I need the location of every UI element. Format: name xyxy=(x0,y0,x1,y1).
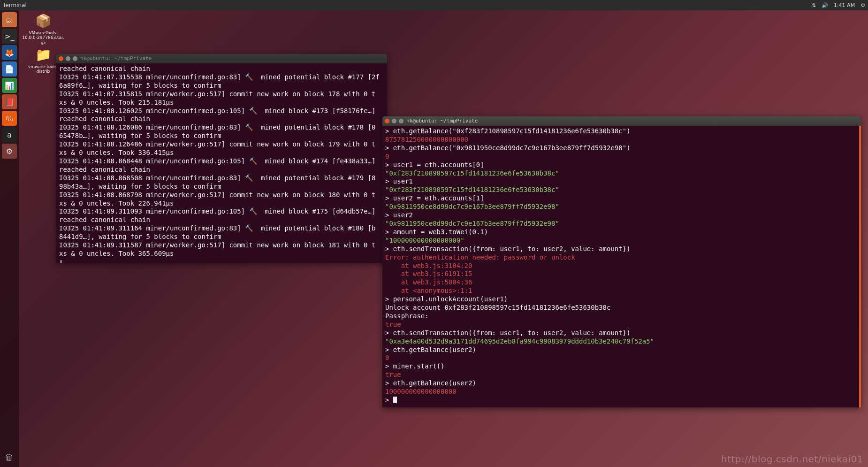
trash-icon[interactable]: 🗑 xyxy=(2,449,17,464)
terminal-line: > personal.unlockAccount(user1) xyxy=(385,295,858,304)
terminal-content[interactable]: reached canonical chainI0325 01:41:07.31… xyxy=(56,63,387,263)
window-titlebar[interactable]: nk@ubuntu: ~/tmpPrivate xyxy=(382,116,861,126)
desktop-label: VMwareTools- 10.0.0-2977863.tar. gz xyxy=(22,31,64,46)
window-title: nk@ubuntu: ~/tmpPrivate xyxy=(80,55,152,62)
terminal-line: "0xf283f210898597c15fd14181236e6fe53630b… xyxy=(385,186,858,194)
terminal-line: I0325 01:41:08.868448 miner/unconfirmed.… xyxy=(59,157,384,166)
terminal-line: at <anonymous>:1:1 xyxy=(385,287,858,295)
terminal-line: Unlock account 0xf283f210898597c15fd1418… xyxy=(385,304,858,312)
terminal-line: 0 xyxy=(385,354,858,362)
clock[interactable]: 1:41 AM xyxy=(834,2,855,8)
terminal-line: I0325 01:41:08.126486 miner/worker.go:51… xyxy=(59,140,384,149)
terminal-line: 8441d9…], waiting for 5 blocks to confir… xyxy=(59,233,384,241)
maximize-icon[interactable] xyxy=(73,56,77,61)
terminal-line: > user2 = eth.accounts[1] xyxy=(385,194,858,203)
terminal-line: Error: authentication needed: password o… xyxy=(385,253,858,262)
terminal-line: at web3.js:3104:20 xyxy=(385,262,858,270)
terminal-line: I0325 01:41:07.315538 miner/unconfirmed.… xyxy=(59,73,384,82)
terminal-line: Passphrase: xyxy=(385,312,858,321)
terminal-line: I0325 01:41:09.311093 miner/unconfirmed.… xyxy=(59,207,384,216)
minimize-icon[interactable] xyxy=(66,56,70,61)
watermark-text: http://blog.csdn.net/niekai01 xyxy=(721,453,863,465)
terminal-line: > eth.getBalance(user2) xyxy=(385,379,858,388)
desktop-file-archive[interactable]: 📦 VMwareTools- 10.0.0-2977863.tar. gz xyxy=(23,13,64,46)
terminal-line: 65478b…], waiting for 5 blocks to confir… xyxy=(59,132,384,140)
terminal-line: > amount = web3.toWei(0.1) xyxy=(385,228,858,237)
files-icon[interactable]: 🗂 xyxy=(2,12,17,27)
terminal-line: > eth.getBalance("0x9811950ce8d99dc7c9e1… xyxy=(385,144,858,153)
terminal-line: at web3.js:5004:36 xyxy=(385,278,858,287)
sound-icon[interactable]: 🔊 xyxy=(822,2,828,8)
writer-icon[interactable]: 📄 xyxy=(2,61,17,77)
terminal-line: true xyxy=(385,321,858,329)
terminal-line: > miner.start() xyxy=(385,362,858,371)
terminal-line: true xyxy=(385,371,858,379)
terminal-line: reached canonical chain xyxy=(59,115,384,123)
close-icon[interactable] xyxy=(59,56,63,61)
firefox-icon[interactable]: 🦊 xyxy=(2,45,17,60)
terminal-line: > xyxy=(385,396,858,405)
terminal-line: "100000000000000000" xyxy=(385,237,858,245)
terminal-line: at web3.js:6191:15 xyxy=(385,270,858,278)
impress-icon[interactable]: 📕 xyxy=(2,94,17,109)
settings-icon[interactable]: ⚙ xyxy=(2,144,17,159)
terminal-line: ▯ xyxy=(59,258,384,263)
terminal-line: xs & 0 uncles. Took 336.415µs xyxy=(59,149,384,157)
terminal-line: > user1 xyxy=(385,177,858,186)
software-icon[interactable]: 🛍 xyxy=(2,111,17,126)
scrollbar[interactable] xyxy=(859,126,861,407)
menu-bar: Terminal ⇅ 🔊 1:41 AM ⚙ xyxy=(0,0,868,10)
minimize-icon[interactable] xyxy=(392,119,396,123)
terminal-icon[interactable]: >_ xyxy=(2,29,17,44)
terminal-content[interactable]: > eth.getBalance("0xf283f210898597c15fd1… xyxy=(382,126,861,407)
desktop-label: vmware-tools- distrib xyxy=(28,64,58,75)
calc-icon[interactable]: 📊 xyxy=(2,78,17,93)
archive-icon: 📦 xyxy=(35,13,52,29)
terminal-line: > eth.getBalance("0xf283f210898597c15fd1… xyxy=(385,127,858,136)
terminal-line: 875781250000000000000 xyxy=(385,136,858,144)
cursor xyxy=(393,397,397,403)
terminal-line: reached canonical chain xyxy=(59,65,384,73)
terminal-line: I0325 01:41:08.126025 miner/unconfirmed.… xyxy=(59,107,384,115)
window-title: nk@ubuntu: ~/tmpPrivate xyxy=(406,118,478,124)
focused-app: Terminal xyxy=(3,2,27,8)
terminal-line: "0x9811950ce8d99dc7c9e167b3ee879ff7d5932… xyxy=(385,220,858,228)
amazon-icon[interactable]: a xyxy=(2,127,17,142)
terminal-line: > user1 = eth.accounts[0] xyxy=(385,161,858,169)
close-icon[interactable] xyxy=(385,119,389,123)
terminal-line: "0xa3e4a00d532d9a3171dd74695d2eb8fa994c9… xyxy=(385,337,858,346)
terminal-line: 98b43a…], waiting for 5 blocks to confir… xyxy=(59,183,384,191)
terminal-line: I0325 01:41:09.311587 miner/worker.go:51… xyxy=(59,241,384,250)
terminal-line: > eth.sendTransaction({from: user1, to: … xyxy=(385,329,858,337)
terminal-line: xs & 0 uncles. Took 226.941µs xyxy=(59,199,384,208)
terminal-window-miner[interactable]: nk@ubuntu: ~/tmpPrivate reached canonica… xyxy=(56,54,387,263)
terminal-line: > eth.sendTransaction({from: user1, to: … xyxy=(385,245,858,253)
terminal-line: "0x9811950ce8d99dc7c9e167b3ee879ff7d5932… xyxy=(385,203,858,211)
network-icon[interactable]: ⇅ xyxy=(812,2,816,8)
terminal-line: reached canonical chain xyxy=(59,216,384,224)
terminal-line: > eth.getBalance(user2) xyxy=(385,346,858,354)
terminal-line: "0xf283f210898597c15fd14181236e6fe53630b… xyxy=(385,169,858,178)
terminal-line: 0 xyxy=(385,153,858,161)
unity-launcher: 🗂>_🦊📄📊📕🛍a⚙ 🗑 xyxy=(0,10,19,467)
terminal-window-geth[interactable]: nk@ubuntu: ~/tmpPrivate > eth.getBalance… xyxy=(382,116,861,407)
terminal-line: xs & 0 uncles. Took 365.609µs xyxy=(59,250,384,258)
gear-icon[interactable]: ⚙ xyxy=(860,2,865,8)
terminal-line: 6a89f6…], waiting for 5 blocks to confir… xyxy=(59,82,384,90)
terminal-line: reached canonical chain xyxy=(59,166,384,174)
folder-icon: 📁 xyxy=(35,47,52,63)
terminal-line: I0325 01:41:07.315815 miner/worker.go:51… xyxy=(59,90,384,99)
terminal-line: I0325 01:41:08.868508 miner/unconfirmed.… xyxy=(59,174,384,183)
terminal-line: xs & 0 uncles. Took 215.181µs xyxy=(59,99,384,107)
terminal-line: I0325 01:41:08.126086 miner/unconfirmed.… xyxy=(59,123,384,132)
terminal-line: I0325 01:41:08.868798 miner/worker.go:51… xyxy=(59,191,384,199)
terminal-line: > user2 xyxy=(385,211,858,220)
terminal-line: 100000000000000000 xyxy=(385,388,858,396)
maximize-icon[interactable] xyxy=(399,119,404,123)
terminal-line: I0325 01:41:09.311164 miner/unconfirmed.… xyxy=(59,224,384,233)
window-titlebar[interactable]: nk@ubuntu: ~/tmpPrivate xyxy=(56,54,387,63)
